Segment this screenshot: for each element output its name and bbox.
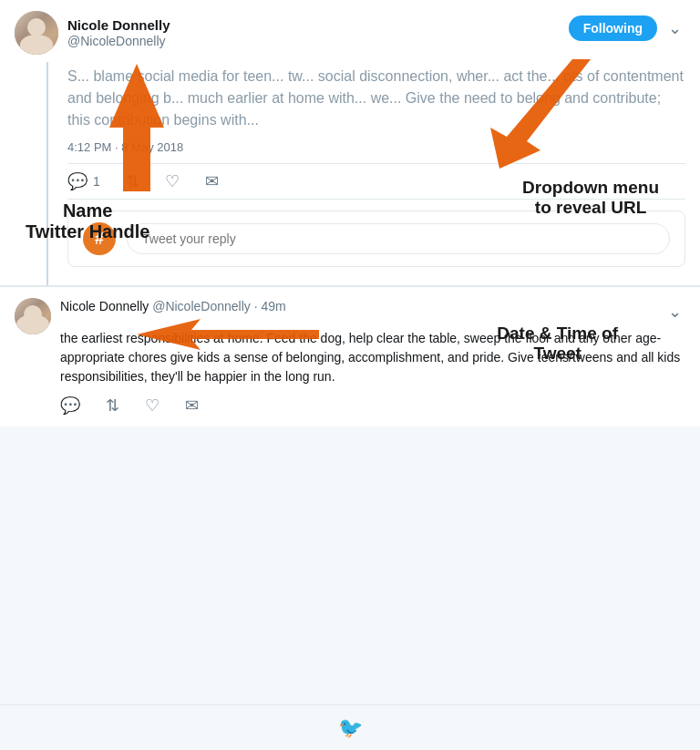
second-dm-action[interactable]: ✉ bbox=[185, 396, 199, 416]
main-tweet-card: Nicole Donnelly @NicoleDonnelly Followin… bbox=[0, 0, 700, 286]
author-handle: @NicoleDonnelly bbox=[67, 34, 170, 48]
author-info: Nicole Donnelly @NicoleDonnelly bbox=[67, 17, 170, 48]
tweet-timestamp: 4:12 PM · 8 May 2018 bbox=[67, 140, 685, 154]
second-tweet-time-ago: 49m bbox=[261, 299, 285, 313]
heart-icon: ♡ bbox=[165, 171, 180, 191]
avatar bbox=[15, 11, 58, 55]
dropdown-chevron-icon[interactable]: ⌄ bbox=[664, 15, 685, 42]
second-tweet-card: Nicole Donnelly @NicoleDonnelly · 49m ⌄ … bbox=[0, 286, 700, 426]
following-button[interactable]: Following bbox=[569, 15, 657, 41]
dm-action[interactable]: ✉ bbox=[205, 171, 219, 191]
hashtag-icon: # bbox=[95, 230, 104, 249]
reply-avatar: # bbox=[83, 222, 116, 255]
second-reply-action[interactable]: 💬 bbox=[60, 396, 80, 416]
author-name: Nicole Donnelly bbox=[67, 17, 170, 34]
retweet-icon: ⇅ bbox=[126, 171, 139, 191]
tweet-body-with-line: S... blame social media for teen... tw..… bbox=[15, 62, 685, 285]
reply-icon: 💬 bbox=[67, 171, 88, 191]
second-like-action[interactable]: ♡ bbox=[145, 396, 160, 416]
second-tweet-text: the earliest responsibilities at home. F… bbox=[60, 329, 685, 386]
second-retweet-icon: ⇅ bbox=[106, 396, 119, 416]
retweet-action[interactable]: ⇅ bbox=[126, 171, 139, 191]
tweet-header: Nicole Donnelly @NicoleDonnelly Followin… bbox=[15, 11, 685, 55]
thread-line-col bbox=[15, 62, 58, 285]
reply-input[interactable] bbox=[127, 223, 670, 254]
dm-icon: ✉ bbox=[205, 171, 219, 191]
second-dm-icon: ✉ bbox=[185, 396, 199, 416]
second-tweet-content: Nicole Donnelly @NicoleDonnelly · 49m ⌄ … bbox=[60, 298, 685, 416]
second-reply-icon: 💬 bbox=[60, 396, 80, 416]
reply-count: 1 bbox=[93, 174, 100, 189]
bottom-bar: 🐦 bbox=[0, 704, 700, 750]
tweet-text: S... blame social media for teen... tw..… bbox=[67, 62, 685, 131]
second-tweet-header: Nicole Donnelly @NicoleDonnelly · 49m ⌄ bbox=[60, 298, 685, 325]
second-tweet-avatar bbox=[15, 298, 51, 334]
twitter-bird-icon: 🐦 bbox=[338, 716, 363, 740]
tweet-author: Nicole Donnelly @NicoleDonnelly bbox=[15, 11, 170, 55]
tweet-actions-row: 💬 1 ⇅ ♡ ✉ bbox=[67, 163, 685, 200]
second-author-name: Nicole Donnelly bbox=[60, 299, 149, 313]
second-tweet-meta: Nicole Donnelly @NicoleDonnelly · 49m bbox=[60, 298, 286, 314]
reply-action[interactable]: 💬 1 bbox=[67, 171, 100, 191]
second-heart-icon: ♡ bbox=[145, 396, 160, 416]
tweet-actions-right: Following ⌄ bbox=[569, 15, 685, 42]
second-dropdown-chevron-icon[interactable]: ⌄ bbox=[664, 298, 685, 325]
tweet-content-col: S... blame social media for teen... tw..… bbox=[67, 62, 685, 285]
like-action[interactable]: ♡ bbox=[165, 171, 180, 191]
second-author-handle: @NicoleDonnelly bbox=[152, 299, 251, 313]
second-tweet-actions: 💬 ⇅ ♡ ✉ bbox=[60, 396, 685, 416]
thread-line bbox=[46, 62, 48, 285]
second-retweet-action[interactable]: ⇅ bbox=[106, 396, 119, 416]
reply-box: # bbox=[67, 211, 685, 267]
